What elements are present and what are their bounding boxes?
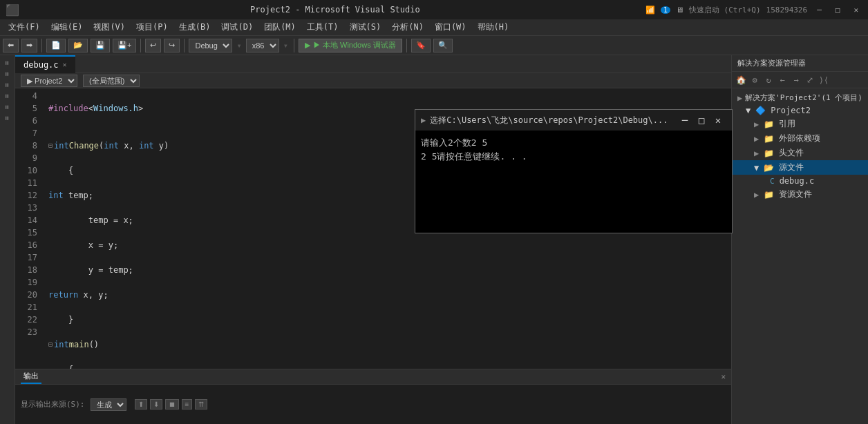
sol-debug-c[interactable]: C debug.c — [732, 175, 868, 187]
right-toolbar-forward-icon[interactable]: → — [790, 74, 802, 86]
menu-team[interactable]: 团队(M) — [258, 20, 301, 35]
code-line-11: y = temp; — [48, 264, 726, 276]
output-btn-3[interactable]: ⏹ — [165, 399, 179, 409]
extdep-arrow-icon: ▶ — [754, 134, 759, 144]
console-close-btn[interactable]: ✕ — [710, 112, 726, 128]
menu-edit[interactable]: 编辑(E) — [46, 20, 88, 35]
menu-tools[interactable]: 工具(T) — [301, 20, 344, 35]
tab-close-btn[interactable]: ✕ — [63, 61, 67, 68]
bottom-right-num: 158294326 — [766, 6, 808, 15]
menu-view[interactable]: 视图(V) — [88, 20, 131, 35]
toolbar-sep-4 — [294, 39, 294, 52]
header-arrow-icon: ▶ — [754, 148, 759, 158]
tab-label: debug.c — [23, 60, 59, 70]
console-line-1: 请输入2个数2 5 — [421, 136, 726, 150]
menu-debug[interactable]: 调试(D) — [216, 20, 258, 35]
right-toolbar-home-icon[interactable]: 🏠 — [735, 74, 747, 86]
toolbar-bookmark-btn[interactable]: 🔖 — [411, 39, 431, 52]
maximize-btn[interactable]: □ — [831, 6, 845, 15]
title-bar: ⬛ Project2 - Microsoft Visual Studio 📶 1… — [0, 0, 868, 19]
output-btn-1[interactable]: ⬆ — [135, 399, 147, 409]
source-label: 源文件 — [779, 162, 804, 173]
output-btn-4[interactable]: ≡ — [182, 399, 193, 409]
solution-explorer-title: 解决方案资源管理器 — [732, 55, 868, 72]
sol-resource-files[interactable]: ▶ 📁 资源文件 — [732, 187, 868, 202]
tab-debug-c[interactable]: debug.c ✕ — [15, 55, 75, 73]
code-line-12: return x, y; — [48, 289, 726, 301]
source-arrow-icon: ▼ — [754, 163, 759, 173]
run-debugger-btn[interactable]: ▶ ▶ 本地 Windows 调试器 — [299, 39, 402, 52]
sol-headers[interactable]: ▶ 📁 头文件 — [732, 146, 868, 160]
sidebar-icon-4[interactable]: ≡ — [2, 91, 12, 101]
minimize-btn[interactable]: ─ — [813, 6, 826, 15]
menu-file[interactable]: 文件(F) — [3, 20, 46, 35]
right-toolbar-settings-icon[interactable]: ⚙ — [748, 74, 761, 86]
toolbar-sep-2 — [140, 39, 141, 52]
menu-build[interactable]: 生成(B) — [173, 20, 216, 35]
toolbar-save-btn[interactable]: 💾 — [91, 39, 110, 52]
toolbar-new-btn[interactable]: 📄 — [46, 39, 66, 52]
console-window: ▶ 选择C:\Users\飞龙\source\repos\Project2\De… — [415, 109, 733, 233]
toolbar-save-all-btn[interactable]: 💾+ — [113, 39, 136, 52]
menu-project[interactable]: 项目(P) — [131, 20, 173, 35]
ref-label: 引用 — [779, 118, 795, 130]
sidebar-icon-2[interactable]: ≡ — [2, 69, 12, 79]
quick-launch-label[interactable]: 快速启动 (Ctrl+Q) — [689, 5, 761, 15]
toolbar-redo-btn[interactable]: ↪ — [164, 39, 180, 52]
scope-select[interactable]: (全局范围) — [83, 75, 140, 87]
header-label: 头文件 — [779, 147, 804, 159]
right-sidebar: 解决方案资源管理器 🏠 ⚙ ↻ ← → ⤢ ⟩⟨ ▶ 解决方案'Project2… — [731, 55, 868, 424]
folder-icon-ref: 📁 — [764, 119, 774, 129]
console-maximize-btn[interactable]: □ — [693, 112, 710, 128]
platform-select[interactable]: x86 — [246, 39, 279, 52]
sol-solution-label[interactable]: ▶ 解决方案'Project2'(1 个项目) — [732, 91, 868, 104]
close-btn[interactable]: ✕ — [849, 6, 862, 15]
left-sidebar: ≡ ≡ ≡ ≡ ≡ ≡ — [0, 55, 15, 424]
menu-analyze[interactable]: 分析(N) — [386, 20, 429, 35]
right-toolbar-expand-icon[interactable]: ⤢ — [804, 74, 816, 86]
output-panel: 输出 ✕ 显示输出来源(S): 生成 ⬆ ⬇ ⏹ ≡ ⇈ — [15, 369, 731, 424]
sol-external-deps[interactable]: ▶ 📁 外部依赖项 — [732, 131, 868, 146]
console-line-2: 2 5请按任意键继续. . . — [421, 150, 726, 164]
right-toolbar-filter-icon[interactable]: ⟩⟨ — [818, 74, 830, 86]
notification-icon: 📶 — [645, 6, 655, 15]
output-content-area: 显示输出来源(S): 生成 ⬆ ⬇ ⏹ ≡ ⇈ — [15, 385, 731, 424]
output-source-select[interactable]: 生成 — [91, 398, 126, 411]
editor-header: ▶ Project2 (全局范围) — [15, 73, 731, 88]
toolbar-forward-btn[interactable]: ➡ — [21, 39, 37, 52]
folder-icon-extdep: 📁 — [764, 134, 774, 144]
output-tab-output[interactable]: 输出 — [21, 369, 41, 384]
sidebar-icon-6[interactable]: ≡ — [2, 113, 12, 123]
output-btn-5[interactable]: ⇈ — [195, 399, 207, 409]
toolbar-undo-btn[interactable]: ↩ — [145, 39, 161, 52]
code-line-14: ⊟int main() — [48, 338, 726, 351]
right-sidebar-toolbar: 🏠 ⚙ ↻ ← → ⤢ ⟩⟨ — [732, 72, 868, 88]
toolbar-open-btn[interactable]: 📂 — [68, 39, 88, 52]
right-toolbar-back-icon[interactable]: ← — [776, 74, 789, 86]
debug-config-select[interactable]: Debug — [189, 39, 232, 52]
line-numbers: 4 5 6 7 8 9 10 11 12 13 14 15 16 17 18 1… — [15, 88, 43, 369]
console-cmd-icon: ▶ — [421, 115, 426, 125]
menu-help[interactable]: 帮助(H) — [472, 20, 515, 35]
project-select[interactable]: ▶ Project2 — [21, 75, 77, 87]
project-name: Project2 — [771, 106, 811, 115]
sidebar-icon-3[interactable]: ≡ — [2, 80, 12, 90]
sidebar-icon-1[interactable]: ≡ — [2, 58, 12, 68]
sol-references[interactable]: ▶ 📁 引用 — [732, 117, 868, 131]
folder-icon-source: 📂 — [764, 163, 774, 173]
toolbar-back-btn[interactable]: ⬅ — [3, 39, 19, 52]
menu-test[interactable]: 测试(S) — [344, 20, 387, 35]
notification-badge: 1 — [661, 6, 670, 14]
sol-source-files[interactable]: ▼ 📂 源文件 — [732, 160, 868, 175]
title-text: Project2 - Microsoft Visual Studio — [25, 5, 645, 15]
debug-c-label: debug.c — [780, 176, 815, 186]
output-close-icon[interactable]: ✕ — [721, 372, 726, 381]
toolbar-search-btn[interactable]: 🔍 — [433, 39, 453, 52]
console-minimize-btn[interactable]: ─ — [677, 112, 693, 128]
sol-project[interactable]: ▼ 🔷 Project2 — [732, 104, 868, 117]
sidebar-icon-5[interactable]: ≡ — [2, 102, 12, 112]
toolbar: ⬅ ➡ 📄 📂 💾 💾+ ↩ ↪ Debug ▾ x86 ▾ ▶ ▶ 本地 Wi… — [0, 36, 868, 55]
right-toolbar-refresh-icon[interactable]: ↻ — [762, 74, 775, 86]
output-btn-2[interactable]: ⬇ — [150, 399, 162, 409]
menu-window[interactable]: 窗口(W) — [429, 20, 472, 35]
